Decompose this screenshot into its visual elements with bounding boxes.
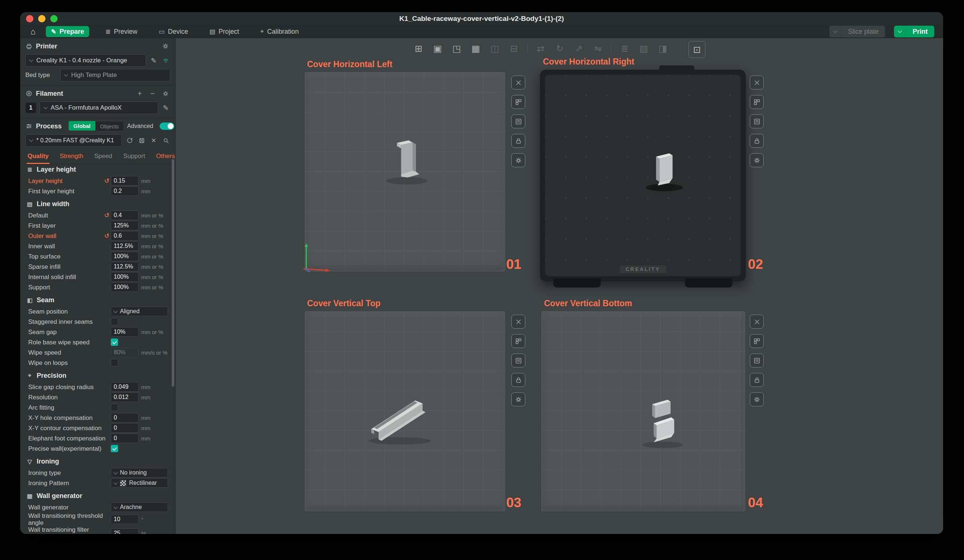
sidebar-scrollbar[interactable] bbox=[172, 159, 174, 387]
split-parts-icon[interactable]: ⊟ bbox=[506, 40, 522, 57]
lock-plate-icon[interactable] bbox=[750, 373, 764, 387]
lock-plate-icon[interactable] bbox=[750, 134, 764, 148]
viewport-3d[interactable]: ⊞▣◳▦◫⊟⇄↻⇗⇋≣▧◨ ⊡ Cover Horizontal Left Co… bbox=[175, 38, 943, 534]
close-window-button[interactable] bbox=[26, 15, 33, 22]
tab-calibration[interactable]: ⌖Calibration bbox=[255, 26, 304, 37]
wall-transitioning-filter-margin-input[interactable]: 25 bbox=[111, 529, 138, 534]
arrange-plate-icon[interactable] bbox=[750, 334, 764, 348]
x-y-hole-compensation-input[interactable]: 0 bbox=[111, 413, 138, 422]
reset-icon[interactable]: ↺ bbox=[103, 177, 111, 185]
slice-gap-closing-radius-input[interactable]: 0.049 bbox=[111, 382, 138, 392]
model-cover-horizontal-left[interactable] bbox=[373, 131, 439, 197]
slice-dropdown-arrow[interactable] bbox=[829, 26, 842, 37]
layer-height-input[interactable]: 0.15 bbox=[111, 176, 138, 186]
arrange-plate-icon[interactable] bbox=[750, 95, 764, 109]
ironing-pattern-select[interactable]: Rectilinear bbox=[111, 478, 168, 488]
filament-slot-badge[interactable]: 1 bbox=[25, 102, 36, 113]
internal-solid-infill-input[interactable]: 100% bbox=[111, 272, 138, 282]
variable-layer-height-icon[interactable]: ≣ bbox=[617, 40, 633, 57]
plate-settings-icon[interactable] bbox=[511, 392, 525, 406]
delete-plate-icon[interactable] bbox=[511, 315, 525, 329]
precise-wall-experimental-checkbox[interactable] bbox=[111, 445, 118, 452]
edit-printer-preset-icon[interactable]: ✎ bbox=[149, 56, 158, 65]
model-cover-horizontal-right[interactable] bbox=[631, 140, 697, 206]
edit-filament-preset-icon[interactable]: ✎ bbox=[161, 103, 170, 112]
plate-name-icon[interactable] bbox=[750, 353, 764, 368]
add-model-icon[interactable]: ⊞ bbox=[410, 40, 427, 57]
home-button[interactable]: ⌂ bbox=[26, 26, 40, 37]
filament-settings-gear-icon[interactable] bbox=[161, 89, 170, 98]
delete-plate-icon[interactable] bbox=[750, 315, 764, 329]
delete-preset-icon[interactable]: × bbox=[149, 136, 158, 145]
tab-preview[interactable]: ≣Preview bbox=[100, 26, 142, 37]
x-y-contour-compensation-input[interactable]: 0 bbox=[111, 423, 138, 433]
printer-settings-gear-icon[interactable] bbox=[161, 41, 170, 51]
delete-plate-icon[interactable] bbox=[511, 76, 525, 90]
printer-preset-select[interactable]: Creality K1 - 0.4 nozzle - Orange bbox=[25, 54, 146, 67]
advanced-toggle[interactable] bbox=[160, 122, 174, 130]
lock-plate-icon[interactable] bbox=[511, 373, 525, 387]
tab-project[interactable]: ▤Project bbox=[204, 26, 244, 37]
resolution-input[interactable]: 0.012 bbox=[111, 392, 138, 402]
model-cover-vertical-top[interactable] bbox=[360, 389, 441, 456]
plate-name-icon[interactable] bbox=[750, 114, 764, 129]
add-plate-icon[interactable]: ▣ bbox=[430, 40, 446, 57]
arrange-plate-icon[interactable] bbox=[511, 334, 525, 348]
slice-plate-button[interactable]: Slice plate bbox=[829, 26, 885, 37]
scope-objects-button[interactable]: Objects bbox=[95, 121, 124, 131]
plate-settings-icon[interactable] bbox=[750, 392, 764, 406]
process-preset-select[interactable]: * 0.20mm FAST @Creality K1 bbox=[25, 134, 122, 147]
wall-transitioning-threshold-angle-input[interactable]: 10 bbox=[111, 514, 138, 524]
sync-preset-icon[interactable] bbox=[125, 136, 134, 145]
plate-3[interactable] bbox=[305, 311, 505, 511]
scope-global-button[interactable]: Global bbox=[68, 121, 95, 130]
bed-surface[interactable]: CREALITY bbox=[545, 75, 741, 276]
ironing-type-select[interactable]: No ironing bbox=[111, 468, 168, 477]
zoom-window-button[interactable] bbox=[50, 15, 58, 22]
inner-wall-input[interactable]: 112.5% bbox=[111, 241, 138, 251]
role-base-wipe-speed-checkbox[interactable] bbox=[111, 339, 118, 346]
wipe-speed-input[interactable]: 80% bbox=[111, 348, 138, 357]
filament-preset-select[interactable]: ASA - Formfutura ApolloX bbox=[40, 102, 158, 114]
seam-gap-input[interactable]: 10% bbox=[111, 327, 138, 337]
scale-icon[interactable]: ⇗ bbox=[571, 40, 587, 57]
staggered-inner-seams-checkbox[interactable] bbox=[111, 318, 118, 325]
support-paint-icon[interactable]: ▧ bbox=[636, 40, 652, 57]
delete-plate-icon[interactable] bbox=[750, 76, 764, 90]
outer-wall-input[interactable]: 0.6 bbox=[111, 231, 138, 241]
move-icon[interactable]: ⇄ bbox=[532, 40, 549, 57]
plate-name-icon[interactable] bbox=[511, 353, 525, 368]
bed-type-select[interactable]: High Temp Plate bbox=[60, 69, 170, 81]
plate-settings-icon[interactable] bbox=[511, 153, 525, 167]
plate-2[interactable]: CREALITY bbox=[540, 70, 746, 281]
print-button[interactable]: Print bbox=[894, 26, 934, 37]
arrange-icon[interactable]: ▦ bbox=[468, 40, 484, 57]
top-surface-input[interactable]: 100% bbox=[111, 252, 138, 261]
seam-position-select[interactable]: Aligned bbox=[111, 307, 168, 316]
reset-icon[interactable]: ↺ bbox=[103, 232, 111, 240]
save-preset-icon[interactable] bbox=[137, 136, 146, 145]
wall-generator-select[interactable]: Arachne bbox=[111, 502, 168, 512]
wipe-on-loops-checkbox[interactable] bbox=[111, 359, 118, 366]
assembly-view-icon[interactable]: ⊡ bbox=[689, 41, 705, 58]
arrange-plate-icon[interactable] bbox=[511, 95, 525, 109]
printer-connection-wifi-icon[interactable] bbox=[161, 56, 170, 65]
mirror-icon[interactable]: ⇋ bbox=[590, 40, 606, 57]
arc-fitting-checkbox[interactable] bbox=[111, 404, 118, 411]
search-settings-icon[interactable] bbox=[161, 136, 170, 145]
tab-device[interactable]: ▭Device bbox=[154, 26, 193, 37]
plate-settings-icon[interactable] bbox=[750, 153, 764, 167]
lock-plate-icon[interactable] bbox=[511, 134, 525, 148]
split-objects-icon[interactable]: ◫ bbox=[487, 40, 503, 57]
remove-filament-icon[interactable]: − bbox=[148, 89, 157, 98]
elephant-foot-compensation-input[interactable]: 0 bbox=[111, 433, 138, 443]
model-cover-vertical-bottom[interactable] bbox=[628, 392, 694, 458]
plate-name-icon[interactable] bbox=[511, 114, 525, 129]
default-input[interactable]: 0.4 bbox=[111, 210, 138, 220]
print-dropdown-arrow[interactable] bbox=[894, 26, 906, 37]
first-layer-input[interactable]: 125% bbox=[111, 221, 138, 230]
support-input[interactable]: 100% bbox=[111, 282, 138, 292]
reset-icon[interactable]: ↺ bbox=[103, 212, 111, 219]
first-layer-height-input[interactable]: 0.2 bbox=[111, 186, 138, 196]
add-filament-icon[interactable]: + bbox=[135, 89, 145, 98]
